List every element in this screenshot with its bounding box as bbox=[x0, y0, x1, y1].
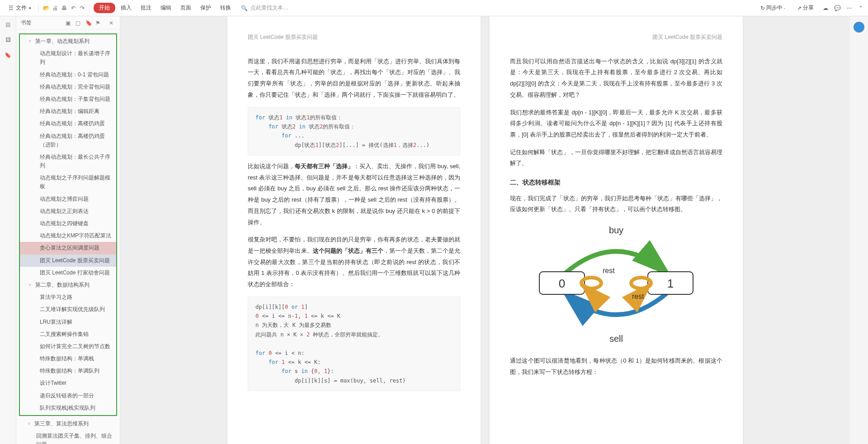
bookmark-item[interactable]: 经典动态规划：高楼扔鸡蛋 bbox=[20, 118, 116, 130]
code-block-2: dp[i][k][0 or 1] 0 <= i <= n-1, 1 <= k <… bbox=[248, 297, 460, 392]
bookmark-item[interactable]: 贪心算法之区间调度问题 bbox=[20, 242, 116, 254]
bookmark-item[interactable]: 如何计算完全二叉树的节点数 bbox=[20, 340, 116, 353]
bookmark-item[interactable]: 团灭 LeetCode 打家劫舍问题 bbox=[20, 267, 116, 279]
annotate-tab[interactable]: 批注 bbox=[137, 2, 155, 14]
bookmark-item[interactable]: 回溯算法团灭子集、排列、组合问题 bbox=[16, 430, 120, 444]
svg-text:0: 0 bbox=[559, 277, 565, 290]
chapter-3[interactable]: ▿第三章、算法思维系列 bbox=[16, 418, 120, 430]
paragraph: 通过这个图可以很清楚地看到，每种状态（0 和 1）是如何转移而来的。根据这个图，… bbox=[510, 355, 722, 378]
bookmark-item[interactable]: 经典动态规划：完全背包问题 bbox=[20, 81, 116, 93]
bookmark-item[interactable]: 团灭 LeetCode 股票买卖问题 bbox=[20, 255, 116, 267]
svg-text:rest: rest bbox=[603, 267, 615, 274]
code-block-1: for 状态1 in 状态1的所有取值： for 状态2 in 状态2的所有取值… bbox=[248, 107, 460, 156]
start-tab[interactable]: 开始 bbox=[94, 3, 115, 13]
svg-text:sell: sell bbox=[609, 334, 623, 344]
thumbnail-icon[interactable]: ▤ bbox=[4, 20, 13, 29]
tag-icon[interactable]: 🔖 bbox=[4, 51, 13, 60]
search-box[interactable]: 🔍 点此查找文本… bbox=[241, 4, 288, 12]
assistant-badge[interactable] bbox=[854, 22, 864, 33]
paragraph: 现在，我们完成了「状态」的穷举，我们开始思考每种「状态」有哪些「选择」，应该如何… bbox=[510, 193, 722, 215]
bookmark-item[interactable]: 特殊数据结构：单调队列 bbox=[20, 365, 116, 377]
page-header-left: 团灭 LeetCode 股票买卖问题 bbox=[248, 32, 460, 43]
paragraph: 我们想求的最终答案是 dp[n - 1][K][0]，即最后一天，最多允许 K … bbox=[510, 107, 722, 141]
chapter-2[interactable]: ▿第二章、数据结构系列 bbox=[20, 279, 116, 291]
page-left: 团灭 LeetCode 股票买卖问题 而这里，我们不用递归思想进行穷举，而是利用… bbox=[227, 16, 481, 444]
paragraph: 而这里，我们不用递归思想进行穷举，而是利用「状态」进行穷举。我们具体到每一天，看… bbox=[248, 56, 460, 101]
expand-icon[interactable]: ▣ bbox=[66, 20, 72, 26]
search-placeholder: 点此查找文本… bbox=[250, 4, 288, 12]
search-icon: 🔍 bbox=[241, 5, 248, 11]
state-diagram: buy sell 0 1 rest rest bbox=[510, 224, 722, 346]
bookmark-item[interactable]: 经典动态规划：高楼扔鸡蛋（进阶） bbox=[20, 130, 116, 151]
flag-icon[interactable]: ⚑ bbox=[95, 20, 102, 26]
share-button[interactable]: ↗ 分享 bbox=[793, 2, 817, 14]
bookmark-tree: ▿第一章、动态规划系列 动态规划设计：最长递增子序列经典动态规划：0-1 背包问… bbox=[16, 30, 120, 444]
bookmark-item[interactable]: 经典动态规划：子集背包问题 bbox=[20, 93, 116, 105]
bookmark-item[interactable]: 经典动态规划：编辑距离 bbox=[20, 105, 116, 118]
bookmark-item[interactable]: 经典动态规划：0-1 背包问题 bbox=[20, 69, 116, 81]
more-icon[interactable]: ⋯ bbox=[845, 5, 853, 12]
edit-tab[interactable]: 编辑 bbox=[157, 2, 175, 14]
bookmark-item[interactable]: 递归反转链表的一部分 bbox=[20, 390, 116, 402]
bookmark-sidebar: 书签 ▣ ▢ 🔖 ⚑ ✕ ▿第一章、动态规划系列 动态规划设计：最长递增子序列经… bbox=[16, 16, 120, 444]
bookmark-item[interactable]: 动态规划之KMP字符匹配算法 bbox=[20, 230, 116, 242]
section-heading: 二、状态转移框架 bbox=[510, 176, 722, 189]
comment-icon[interactable]: 💬 bbox=[834, 5, 841, 12]
bookmark-item[interactable]: 特殊数据结构：单调栈 bbox=[20, 353, 116, 365]
bookmark-item[interactable]: 动态规划之正则表达 bbox=[20, 205, 116, 217]
redo-icon[interactable]: ↷ bbox=[79, 5, 86, 12]
sidebar-title: 书签 bbox=[21, 19, 62, 27]
page-right: 团灭 LeetCode 股票买卖问题 而且我们可以用自然语言描述出每一个状态的含… bbox=[490, 16, 743, 444]
main-toolbar: ☰文件▾ 📂 🖨 🖶 ↶ ↷ 开始 插入 批注 编辑 页面 保护 转换 🔍 点此… bbox=[0, 0, 868, 16]
open-icon[interactable]: 📂 bbox=[42, 5, 50, 12]
page-header-right: 团灭 LeetCode 股票买卖问题 bbox=[510, 32, 722, 43]
bookmark-item[interactable]: 设计Twitter bbox=[20, 377, 116, 389]
svg-text:rest: rest bbox=[632, 293, 644, 300]
convert-tab[interactable]: 转换 bbox=[217, 2, 235, 14]
save-icon[interactable]: 🖨 bbox=[52, 5, 59, 12]
print-icon[interactable]: 🖶 bbox=[61, 5, 68, 12]
close-icon[interactable]: ✕ bbox=[109, 20, 115, 26]
bookmark-item[interactable]: 算法学习之路 bbox=[20, 291, 116, 303]
bookmark-item[interactable]: 动态规划之博弈问题 bbox=[20, 193, 116, 205]
insert-tab[interactable]: 插入 bbox=[117, 2, 135, 14]
left-tool-strip: ▤ 🖼 🔖 bbox=[0, 16, 16, 444]
paragraph: 很复杂对吧，不要怕，我们现在的目的只是穷举，你有再多的状态，老夫要做的就是一把梭… bbox=[248, 234, 460, 290]
menu-button[interactable]: ☰文件▾ bbox=[4, 2, 35, 14]
chapter-1[interactable]: ▿第一章、动态规划系列 bbox=[20, 35, 116, 47]
bookmark-item[interactable]: 经典动态规划：最长公共子序列 bbox=[20, 151, 116, 172]
svg-text:1: 1 bbox=[667, 277, 674, 290]
caret-icon[interactable]: ⌃ bbox=[857, 5, 864, 12]
bookmark-item[interactable]: 动态规划之四键键盘 bbox=[20, 217, 116, 230]
protect-tab[interactable]: 保护 bbox=[197, 2, 215, 14]
bookmark-item[interactable]: LRU算法详解 bbox=[20, 316, 116, 328]
svg-text:buy: buy bbox=[609, 225, 623, 235]
undo-icon[interactable]: ↶ bbox=[70, 5, 77, 12]
page-tab[interactable]: 页面 bbox=[177, 2, 195, 14]
paragraph: 比如说这个问题，每天都有三种「选择」：买入、卖出、无操作，我们用 buy, se… bbox=[248, 161, 460, 228]
collapse-icon[interactable]: ▢ bbox=[75, 20, 82, 26]
sync-status[interactable]: ↻ 同步中 · bbox=[757, 2, 789, 14]
bookmark-item[interactable]: 动态规划之子序列问题解题模板 bbox=[20, 172, 116, 193]
paragraph: 记住如何解释「状态」，一旦你觉得哪里不好理解，把它翻译成自然语言就容易理解了。 bbox=[510, 147, 722, 169]
bookmark-item[interactable]: 动态规划设计：最长递增子序列 bbox=[20, 47, 116, 68]
document-viewport[interactable]: 团灭 LeetCode 股票买卖问题 而这里，我们不用递归思想进行穷举，而是利用… bbox=[120, 16, 850, 444]
bookmark-item[interactable]: 队列实现栈|栈实现队列 bbox=[20, 402, 116, 414]
bookmark-icon[interactable]: 🔖 bbox=[85, 20, 92, 26]
right-strip bbox=[850, 16, 868, 444]
bookmark-item[interactable]: 二叉堆详解实现优先级队列 bbox=[20, 303, 116, 316]
cloud-icon[interactable]: ☁ bbox=[822, 5, 829, 12]
image-icon[interactable]: 🖼 bbox=[4, 35, 13, 44]
paragraph: 而且我们可以用自然语言描述出每一个状态的含义，比如说 dp[3][2][1] 的… bbox=[510, 56, 722, 101]
bookmark-item[interactable]: 二叉搜索树操作集锦 bbox=[20, 328, 116, 340]
